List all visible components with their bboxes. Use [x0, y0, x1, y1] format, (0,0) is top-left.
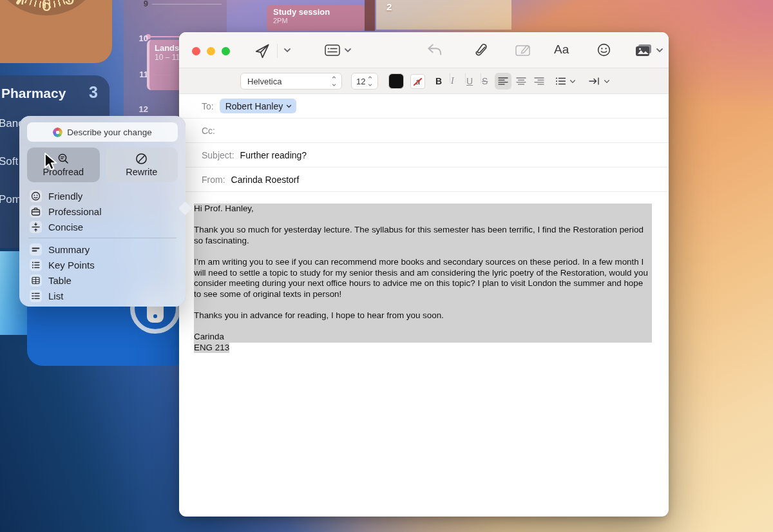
calendar-block — [376, 0, 511, 30]
mail-toolbar: Aa — [179, 32, 669, 68]
to-field[interactable]: To: Robert Hanley — [179, 94, 669, 119]
list-icon — [555, 77, 566, 86]
align-center-button[interactable] — [513, 73, 530, 90]
cc-label: Cc: — [202, 126, 215, 136]
send-options-chevron[interactable] — [283, 48, 291, 53]
header-fields: To: Robert Hanley Cc: Subject: Further r… — [179, 94, 669, 192]
menu-item-concise[interactable]: Concise — [27, 219, 178, 234]
from-label: From: — [202, 175, 225, 185]
photo-browser-chevron[interactable] — [656, 48, 663, 53]
header-fields-chevron[interactable] — [344, 48, 352, 53]
indent-button[interactable] — [589, 73, 610, 90]
reply-button[interactable] — [426, 43, 443, 58]
paperclip-icon — [474, 43, 490, 59]
bold-button[interactable]: B — [435, 73, 450, 90]
strikethrough-button[interactable]: S — [482, 73, 496, 90]
proofread-button[interactable]: Proofread — [27, 147, 100, 182]
menu-item-label: List — [48, 290, 63, 301]
format-button[interactable]: Aa — [554, 43, 569, 57]
align-right-button[interactable] — [531, 73, 548, 90]
menu-item-label: Table — [48, 275, 72, 286]
menu-item-friendly[interactable]: Friendly — [27, 188, 178, 204]
key-points-icon — [30, 259, 42, 271]
send-button[interactable] — [254, 43, 271, 59]
zoom-button[interactable] — [222, 47, 230, 55]
attach-button[interactable] — [474, 43, 490, 59]
subject-value: Further reading? — [240, 150, 307, 160]
emoji-button[interactable] — [596, 43, 611, 57]
clock-numeral: 6 — [41, 0, 51, 15]
align-left-icon — [498, 77, 508, 86]
text-color-swatch[interactable] — [388, 73, 404, 89]
stepper-icon: ⌃⌃ — [330, 79, 338, 84]
calendar-top-widget[interactable]: Study session 2PM 2 — [260, 0, 518, 32]
calendar-event-title: Study session — [273, 7, 365, 17]
clock-numeral: 5 — [64, 0, 74, 9]
minimize-button[interactable] — [207, 47, 215, 55]
calendar-hour-label: 12 — [131, 104, 148, 114]
reply-arrow-icon — [426, 43, 443, 58]
menu-item-key-points[interactable]: Key Points — [27, 257, 178, 272]
calendar-hour-line — [152, 4, 222, 5]
menu-item-label: Friendly — [48, 191, 82, 202]
describe-change-field[interactable]: Describe your change — [27, 122, 178, 142]
emoji-smiley-icon — [596, 43, 611, 57]
describe-change-placeholder: Describe your change — [67, 128, 151, 137]
chevron-down-icon — [569, 79, 576, 84]
calendar-event-time: 2PM — [273, 17, 365, 24]
markup-button[interactable] — [514, 43, 532, 58]
menu-item-label: Summary — [48, 244, 90, 255]
body-paragraph: I’m am writing you to see if you can rec… — [194, 257, 652, 299]
menu-item-summary[interactable]: Summary — [27, 242, 178, 257]
recipient-name: Robert Hanley — [225, 101, 283, 111]
align-center-icon — [516, 77, 526, 86]
font-family-value: Helvetica — [247, 77, 282, 86]
apple-intelligence-icon — [53, 128, 62, 137]
background-color-well[interactable]: a — [410, 74, 425, 89]
rewrite-button[interactable]: Rewrite — [106, 147, 178, 182]
calendar-hour-label: 9 — [131, 0, 148, 8]
underline-button[interactable]: U — [466, 73, 481, 90]
pharmacy-count-badge: 3 — [89, 83, 98, 102]
calendar-hour-label: 10 — [131, 33, 148, 43]
stepper-icon: ⌃⌃ — [367, 79, 374, 84]
signature-class: ENG 213 — [194, 343, 229, 354]
menu-item-label: Key Points — [48, 260, 95, 271]
paper-plane-icon — [254, 43, 271, 59]
from-value: Carinda Roestorf — [231, 175, 300, 185]
header-fields-icon — [323, 43, 341, 58]
cc-field[interactable]: Cc: — [179, 119, 669, 143]
font-size-select[interactable]: 12 ⌃⌃ — [351, 73, 378, 90]
close-button[interactable] — [192, 47, 200, 55]
calendar-date-label: 2 — [386, 1, 392, 12]
chevron-down-icon — [656, 48, 663, 53]
menu-item-list[interactable]: List — [27, 288, 178, 303]
photo-browser-button[interactable] — [634, 43, 653, 58]
list-style-button[interactable] — [555, 73, 576, 90]
subject-label: Subject: — [202, 150, 234, 160]
menu-item-professional[interactable]: Professional — [27, 204, 178, 219]
from-field[interactable]: From: Carinda Roestorf — [179, 167, 669, 192]
clock-widget[interactable]: 3 4 5 6 7 8 9 — [0, 0, 112, 63]
italic-button[interactable]: I — [451, 73, 465, 90]
rewrite-pencil-icon — [135, 153, 148, 165]
message-body[interactable]: Hi Prof. Hanley, Thank you so much for y… — [179, 192, 669, 353]
menu-item-table[interactable]: Table — [27, 272, 178, 288]
menu-item-label: Professional — [48, 206, 102, 217]
calendar-event[interactable]: Study session 2PM — [267, 5, 365, 31]
font-family-select[interactable]: Helvetica ⌃⌃ — [240, 73, 342, 90]
signature-name: Carinda — [194, 332, 652, 343]
subject-field[interactable]: Subject: Further reading? — [179, 143, 669, 167]
arrow-cursor-icon — [43, 152, 59, 171]
align-left-button[interactable] — [495, 73, 511, 90]
markup-pen-icon — [514, 43, 532, 58]
pharmacy-title: Pharmacy — [1, 86, 66, 101]
rewrite-label: Rewrite — [126, 167, 157, 177]
font-size-value: 12 — [356, 77, 365, 86]
body-paragraph: Hi Prof. Hanley, — [194, 204, 652, 214]
recipient-token[interactable]: Robert Hanley — [220, 99, 297, 113]
concise-compress-icon — [30, 221, 42, 233]
chevron-down-icon — [344, 48, 352, 53]
header-fields-button[interactable] — [323, 43, 341, 58]
menu-separator — [28, 238, 177, 238]
